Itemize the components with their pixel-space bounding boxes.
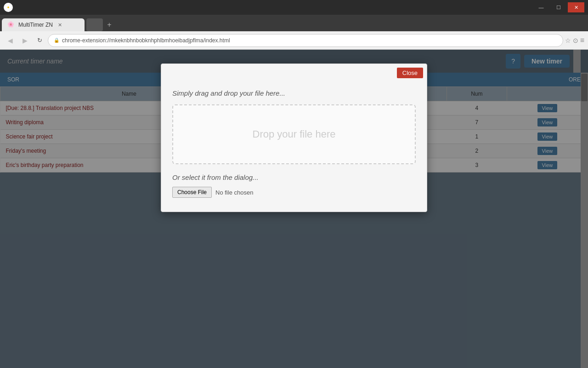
nav-bar: ◀ ▶ ↻ 🔒 chrome-extension://mkeknbhnbobkn… [0, 31, 588, 50]
tab-bar: 🌸 MultiTimer ZN ✕ + [0, 15, 588, 31]
history-icon[interactable]: ⊙ [573, 37, 578, 44]
forward-button[interactable]: ▶ [18, 34, 31, 47]
title-bar-left [4, 3, 13, 12]
url-text: chrome-extension://mkeknbhnbobknhphlbmho… [62, 37, 557, 44]
close-window-button[interactable]: ✕ [568, 2, 584, 12]
drag-drop-label: Simply drag and drop your file here... [172, 89, 416, 97]
menu-icon[interactable]: ≡ [580, 36, 584, 45]
bookmark-icon[interactable]: ☆ [565, 37, 571, 44]
file-input-row: Choose File No file chosen [172, 187, 416, 198]
back-button[interactable]: ◀ [4, 34, 17, 47]
nav-right: ☆ ⊙ ≡ [565, 36, 584, 45]
window-controls: — ☐ ✕ [533, 2, 584, 12]
drop-zone-text: Drop your file here [253, 128, 336, 140]
svg-point-1 [8, 4, 9, 6]
new-tab-area [86, 18, 103, 31]
page-content: Current timer name ? New timer Close Sim… [0, 50, 588, 368]
modal-overlay: Close Simply drag and drop your file her… [0, 50, 588, 368]
choose-file-button[interactable]: Choose File [172, 187, 212, 198]
modal-header: Close [161, 64, 427, 82]
svg-point-4 [9, 7, 11, 8]
address-bar[interactable]: 🔒 chrome-extension://mkeknbhnbobknhphlbm… [48, 34, 563, 47]
reload-button[interactable]: ↻ [33, 34, 46, 47]
tab-close-button[interactable]: ✕ [57, 21, 64, 29]
new-tab-button[interactable]: + [103, 18, 116, 31]
svg-point-2 [8, 8, 9, 11]
minimize-button[interactable]: — [533, 2, 549, 12]
tab-favicon: 🌸 [7, 21, 15, 29]
svg-point-3 [5, 7, 7, 8]
no-file-text: No file chosen [215, 189, 253, 196]
tab-title: MultiTimer ZN [18, 22, 53, 28]
import-modal: Close Simply drag and drop your file her… [161, 63, 427, 212]
security-icon: 🔒 [54, 38, 59, 43]
browser-tab[interactable]: 🌸 MultiTimer ZN ✕ [2, 18, 85, 31]
title-bar: — ☐ ✕ [0, 0, 588, 15]
browser-frame: — ☐ ✕ 🌸 MultiTimer ZN ✕ + ◀ ▶ ↻ 🔒 chrome… [0, 0, 588, 368]
restore-button[interactable]: ☐ [550, 2, 567, 12]
modal-body: Simply drag and drop your file here... D… [161, 82, 427, 212]
select-file-label: Or select it from the dialog... [172, 173, 416, 181]
drop-zone[interactable]: Drop your file here [172, 104, 416, 164]
modal-close-button[interactable]: Close [397, 68, 423, 78]
browser-logo [4, 3, 13, 12]
